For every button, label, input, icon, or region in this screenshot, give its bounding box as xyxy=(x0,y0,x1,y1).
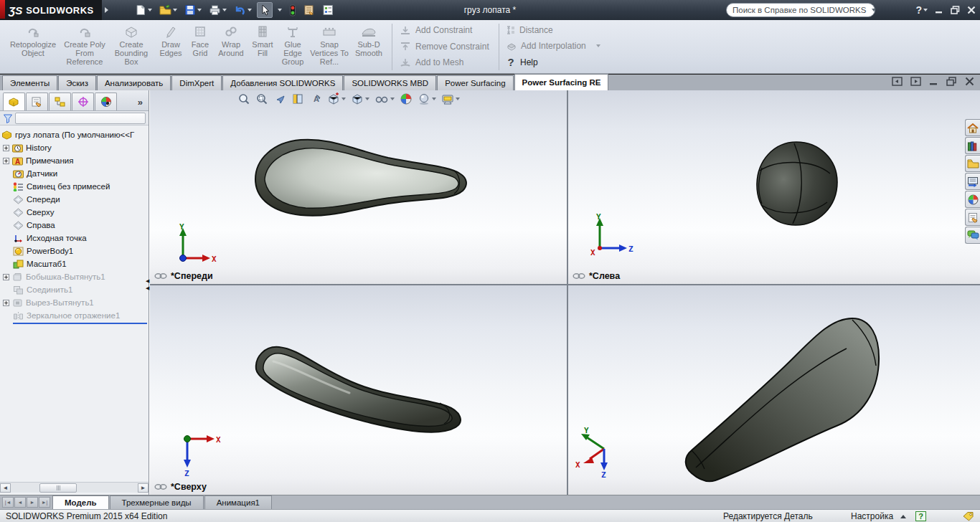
tab-sketch[interactable]: Эскиз xyxy=(58,75,96,90)
tree-item-combine[interactable]: Соединить1 xyxy=(1,283,149,296)
expand-toggle[interactable] xyxy=(3,158,9,164)
display-style-icon[interactable] xyxy=(351,92,369,105)
new-dropdown-arrow[interactable] xyxy=(148,9,152,11)
print-button[interactable] xyxy=(207,3,229,17)
select-tool-button[interactable] xyxy=(257,2,273,18)
model-top-view[interactable] xyxy=(249,337,471,436)
sub-d-smooth-button[interactable]: Sub-D Smooth xyxy=(350,22,387,72)
select-dropdown[interactable] xyxy=(275,7,284,13)
draw-edges-button[interactable]: Draw Edges xyxy=(155,22,187,72)
tree-item-top-plane[interactable]: Сверху xyxy=(1,206,149,219)
hide-show-items-icon[interactable] xyxy=(374,92,395,105)
doc-restore-button[interactable] xyxy=(946,77,957,86)
face-grid-button[interactable]: Face Grid xyxy=(187,22,214,72)
tree-item-boss-extrude[interactable]: Бобышка-Вытянуть1 xyxy=(1,270,149,283)
help-dropdown-arrow[interactable] xyxy=(923,9,928,11)
search-dropdown-arrow[interactable] xyxy=(872,9,876,11)
tree-item-scale[interactable]: Масштаб1 xyxy=(1,257,149,270)
tree-item-mirror[interactable]: Зеркальное отражение1 xyxy=(1,309,149,322)
tree-item-annotations[interactable]: A Примечания xyxy=(1,154,149,167)
help-button[interactable]: ? xyxy=(915,4,928,16)
smart-fill-button[interactable]: Smart Fill xyxy=(248,22,277,72)
configuration-manager-tab[interactable] xyxy=(49,92,71,110)
scroll-thumb[interactable] xyxy=(39,483,77,493)
add-constraint-button[interactable]: Add Constraint xyxy=(400,25,491,35)
expand-toggle[interactable] xyxy=(3,274,9,280)
model-front-view[interactable] xyxy=(245,129,474,222)
glue-edge-group-button[interactable]: Glue Edge Group xyxy=(277,22,308,72)
menu-expand-arrow[interactable] xyxy=(105,7,108,13)
tag-icon[interactable] xyxy=(963,511,974,521)
settings-label[interactable]: Настройка xyxy=(851,511,893,521)
panel-splitter[interactable]: ◀◀ xyxy=(146,278,151,290)
viewport-front[interactable]: A xyxy=(150,90,567,284)
custom-properties-tab[interactable] xyxy=(965,209,980,226)
open-dropdown-arrow[interactable] xyxy=(173,9,177,11)
first-tab-button[interactable]: |◄ xyxy=(2,497,14,508)
resources-home-tab[interactable] xyxy=(965,119,980,136)
tree-root[interactable]: груз лопата (По умолчанию<<Г xyxy=(1,128,149,141)
tab-dimxpert[interactable]: DimXpert xyxy=(171,75,222,90)
minimize-button[interactable] xyxy=(935,6,943,14)
last-tab-button[interactable]: ►| xyxy=(39,497,50,508)
tree-item-material[interactable]: Свинец без примесей xyxy=(1,180,149,193)
model-left-view[interactable] xyxy=(751,138,844,231)
model-iso-view[interactable] xyxy=(676,307,884,485)
search-input[interactable]: Поиск в Справке по SOLIDWORKS xyxy=(732,6,866,14)
tree-item-history[interactable]: History xyxy=(1,141,149,154)
apply-scene-icon[interactable] xyxy=(400,92,413,105)
print-dropdown-arrow[interactable] xyxy=(222,9,227,11)
save-button[interactable] xyxy=(182,3,204,17)
previous-view-icon[interactable] xyxy=(273,92,286,105)
view-palette-tab[interactable] xyxy=(965,173,980,190)
snap-vertices-button[interactable]: Snap Vertices To Ref... xyxy=(308,22,350,72)
scroll-right-arrow[interactable]: ► xyxy=(138,483,149,493)
tree-item-sensors[interactable]: Датчики xyxy=(1,167,149,180)
doc-prev-pane-icon[interactable] xyxy=(892,77,903,86)
zoom-to-area-icon[interactable] xyxy=(255,92,268,105)
tree-item-right-plane[interactable]: Справа xyxy=(1,219,149,232)
tab-3d-views[interactable]: Трехмерные виды xyxy=(110,495,204,509)
create-poly-from-reference-button[interactable]: Create Poly From Reference xyxy=(62,22,108,72)
create-bounding-box-button[interactable]: Create Bounding Box xyxy=(108,22,155,72)
tree-item-origin[interactable]: Исходная точка xyxy=(1,232,149,245)
prev-tab-button[interactable]: ◄ xyxy=(14,497,26,508)
tab-animation[interactable]: Анимация1 xyxy=(204,495,272,509)
distance-button[interactable]: Distance xyxy=(507,25,608,35)
appearances-tab[interactable] xyxy=(965,191,980,208)
viewport-iso[interactable]: Y X Z xyxy=(568,285,980,495)
tree-filter-input[interactable] xyxy=(15,113,146,124)
section-view-icon[interactable] xyxy=(291,92,304,105)
doc-close-button[interactable] xyxy=(965,77,974,86)
rollback-bar[interactable] xyxy=(13,323,147,324)
tree-item-cut-extrude[interactable]: Вырез-Вытянуть1 xyxy=(1,296,149,309)
dimxpert-manager-tab[interactable] xyxy=(72,92,94,110)
tab-mbd[interactable]: SOLIDWORKS MBD xyxy=(344,75,436,90)
close-button[interactable] xyxy=(967,6,976,14)
tab-power-surfacing-re[interactable]: Power Surfacing RE xyxy=(514,74,609,90)
remove-constraint-button[interactable]: Remove Constraint xyxy=(400,42,491,52)
interference-check-button[interactable] xyxy=(287,3,298,18)
design-library-tab[interactable] xyxy=(965,137,980,154)
display-manager-tab[interactable] xyxy=(95,92,117,110)
view-orientation-icon[interactable] xyxy=(327,92,346,105)
settings-up-arrow[interactable] xyxy=(900,515,906,518)
expand-toggle[interactable] xyxy=(3,145,9,151)
expand-toggle[interactable] xyxy=(3,300,9,306)
doc-minimize-button[interactable] xyxy=(929,77,938,86)
view-settings-icon[interactable] xyxy=(418,92,436,105)
doc-next-pane-icon[interactable] xyxy=(910,77,921,86)
undo-dropdown-arrow[interactable] xyxy=(248,9,252,11)
undo-button[interactable] xyxy=(232,3,254,17)
panel-expand-chevron[interactable]: » xyxy=(138,97,147,110)
restore-button[interactable] xyxy=(951,6,960,14)
wrap-around-button[interactable]: Wrap Around xyxy=(214,22,248,72)
ribbon-help-button[interactable]: ? Help xyxy=(507,57,608,67)
options-button[interactable] xyxy=(320,3,336,17)
tab-power-surfacing[interactable]: Power Surfacing xyxy=(437,75,513,90)
properties-button[interactable] xyxy=(301,3,317,17)
tab-addins[interactable]: Добавления SOLIDWORKS xyxy=(222,75,343,90)
featuremanager-tree-tab[interactable] xyxy=(3,92,25,110)
file-explorer-tab[interactable] xyxy=(965,155,980,172)
tree-item-powerbody[interactable]: PowerBody1 xyxy=(1,245,149,257)
